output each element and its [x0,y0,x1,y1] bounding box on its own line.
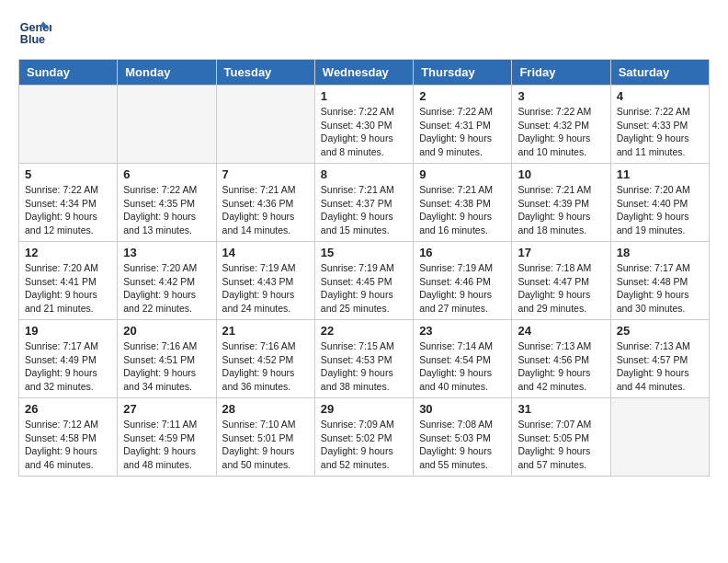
calendar-cell: 18Sunrise: 7:17 AM Sunset: 4:48 PM Dayli… [610,242,709,320]
day-number: 27 [123,402,210,416]
day-detail: Sunrise: 7:20 AM Sunset: 4:40 PM Dayligh… [617,183,703,237]
day-number: 18 [617,246,703,259]
calendar-cell: 5Sunrise: 7:22 AM Sunset: 4:34 PM Daylig… [19,164,118,242]
page: General Blue SundayMondayTuesdayWednesda… [0,0,728,491]
day-detail: Sunrise: 7:18 AM Sunset: 4:47 PM Dayligh… [518,261,604,316]
day-number: 6 [123,167,210,181]
week-row-3: 12Sunrise: 7:20 AM Sunset: 4:41 PM Dayli… [19,242,710,320]
week-row-1: 1Sunrise: 7:22 AM Sunset: 4:30 PM Daylig… [19,86,710,164]
day-detail: Sunrise: 7:21 AM Sunset: 4:36 PM Dayligh… [222,183,309,237]
day-number: 7 [222,167,309,181]
day-detail: Sunrise: 7:16 AM Sunset: 4:52 PM Dayligh… [222,339,309,394]
weekday-header-wednesday: Wednesday [314,60,413,86]
calendar-cell [118,86,216,164]
weekday-header-friday: Friday [512,60,610,86]
calendar-cell: 28Sunrise: 7:10 AM Sunset: 5:01 PM Dayli… [216,398,314,477]
day-number: 15 [321,246,407,259]
calendar-cell: 19Sunrise: 7:17 AM Sunset: 4:49 PM Dayli… [19,320,118,398]
day-number: 8 [321,167,407,181]
calendar-cell: 7Sunrise: 7:21 AM Sunset: 4:36 PM Daylig… [216,164,314,242]
svg-text:Blue: Blue [20,33,45,46]
day-detail: Sunrise: 7:21 AM Sunset: 4:37 PM Dayligh… [321,183,407,237]
calendar-cell: 13Sunrise: 7:20 AM Sunset: 4:42 PM Dayli… [118,242,216,320]
day-detail: Sunrise: 7:22 AM Sunset: 4:35 PM Dayligh… [123,183,210,237]
calendar-cell: 12Sunrise: 7:20 AM Sunset: 4:41 PM Dayli… [19,242,118,320]
day-number: 10 [518,167,604,181]
calendar-cell: 1Sunrise: 7:22 AM Sunset: 4:30 PM Daylig… [314,86,413,164]
week-row-2: 5Sunrise: 7:22 AM Sunset: 4:34 PM Daylig… [19,164,710,242]
day-detail: Sunrise: 7:21 AM Sunset: 4:38 PM Dayligh… [419,183,506,237]
day-number: 19 [25,324,111,338]
day-detail: Sunrise: 7:19 AM Sunset: 4:43 PM Dayligh… [222,261,309,316]
day-number: 17 [518,246,604,259]
logo-icon: General Blue [18,15,51,48]
day-detail: Sunrise: 7:22 AM Sunset: 4:30 PM Dayligh… [321,105,407,159]
calendar-cell: 21Sunrise: 7:16 AM Sunset: 4:52 PM Dayli… [216,320,314,398]
weekday-header-row: SundayMondayTuesdayWednesdayThursdayFrid… [19,60,710,86]
day-number: 24 [518,324,604,338]
day-number: 1 [321,89,407,103]
day-detail: Sunrise: 7:12 AM Sunset: 4:58 PM Dayligh… [25,418,111,472]
day-detail: Sunrise: 7:13 AM Sunset: 4:56 PM Dayligh… [518,339,604,394]
calendar-table: SundayMondayTuesdayWednesdayThursdayFrid… [18,59,710,477]
day-detail: Sunrise: 7:11 AM Sunset: 4:59 PM Dayligh… [123,418,210,472]
day-detail: Sunrise: 7:22 AM Sunset: 4:34 PM Dayligh… [25,183,111,237]
day-number: 12 [25,246,111,259]
week-row-4: 19Sunrise: 7:17 AM Sunset: 4:49 PM Dayli… [19,320,710,398]
day-detail: Sunrise: 7:22 AM Sunset: 4:32 PM Dayligh… [518,105,604,159]
calendar-cell: 9Sunrise: 7:21 AM Sunset: 4:38 PM Daylig… [414,164,512,242]
calendar-cell [19,86,118,164]
day-number: 4 [617,89,703,103]
day-detail: Sunrise: 7:21 AM Sunset: 4:39 PM Dayligh… [518,183,604,237]
calendar-cell: 26Sunrise: 7:12 AM Sunset: 4:58 PM Dayli… [19,398,118,477]
calendar-cell: 27Sunrise: 7:11 AM Sunset: 4:59 PM Dayli… [118,398,216,477]
day-detail: Sunrise: 7:07 AM Sunset: 5:05 PM Dayligh… [518,418,604,472]
day-detail: Sunrise: 7:13 AM Sunset: 4:57 PM Dayligh… [617,339,703,394]
day-number: 11 [617,167,703,181]
calendar-cell: 17Sunrise: 7:18 AM Sunset: 4:47 PM Dayli… [512,242,610,320]
day-detail: Sunrise: 7:19 AM Sunset: 4:46 PM Dayligh… [419,261,506,316]
calendar-cell: 4Sunrise: 7:22 AM Sunset: 4:33 PM Daylig… [610,86,709,164]
day-number: 29 [321,402,407,416]
weekday-header-tuesday: Tuesday [216,60,314,86]
day-number: 30 [419,402,506,416]
day-detail: Sunrise: 7:20 AM Sunset: 4:41 PM Dayligh… [25,261,111,316]
calendar-cell [216,86,314,164]
calendar-cell: 10Sunrise: 7:21 AM Sunset: 4:39 PM Dayli… [512,164,610,242]
day-number: 14 [222,246,309,259]
calendar-cell: 14Sunrise: 7:19 AM Sunset: 4:43 PM Dayli… [216,242,314,320]
day-detail: Sunrise: 7:22 AM Sunset: 4:33 PM Dayligh… [617,105,703,159]
logo: General Blue [18,15,51,48]
header: General Blue [18,15,710,48]
day-number: 21 [222,324,309,338]
calendar-cell: 8Sunrise: 7:21 AM Sunset: 4:37 PM Daylig… [314,164,413,242]
day-number: 26 [25,402,111,416]
calendar-cell: 24Sunrise: 7:13 AM Sunset: 4:56 PM Dayli… [512,320,610,398]
day-number: 2 [419,89,506,103]
day-detail: Sunrise: 7:20 AM Sunset: 4:42 PM Dayligh… [123,261,210,316]
day-number: 22 [321,324,407,338]
weekday-header-saturday: Saturday [610,60,709,86]
day-detail: Sunrise: 7:14 AM Sunset: 4:54 PM Dayligh… [419,339,506,394]
day-number: 9 [419,167,506,181]
day-number: 31 [518,402,604,416]
calendar-cell: 6Sunrise: 7:22 AM Sunset: 4:35 PM Daylig… [118,164,216,242]
calendar-cell: 31Sunrise: 7:07 AM Sunset: 5:05 PM Dayli… [512,398,610,477]
calendar-cell: 11Sunrise: 7:20 AM Sunset: 4:40 PM Dayli… [610,164,709,242]
day-number: 25 [617,324,703,338]
calendar-cell: 29Sunrise: 7:09 AM Sunset: 5:02 PM Dayli… [314,398,413,477]
day-detail: Sunrise: 7:17 AM Sunset: 4:49 PM Dayligh… [25,339,111,394]
calendar-cell: 23Sunrise: 7:14 AM Sunset: 4:54 PM Dayli… [414,320,512,398]
calendar-cell: 2Sunrise: 7:22 AM Sunset: 4:31 PM Daylig… [414,86,512,164]
day-number: 20 [123,324,210,338]
day-detail: Sunrise: 7:10 AM Sunset: 5:01 PM Dayligh… [222,418,309,472]
calendar-cell: 22Sunrise: 7:15 AM Sunset: 4:53 PM Dayli… [314,320,413,398]
day-detail: Sunrise: 7:16 AM Sunset: 4:51 PM Dayligh… [123,339,210,394]
calendar-cell: 20Sunrise: 7:16 AM Sunset: 4:51 PM Dayli… [118,320,216,398]
day-number: 5 [25,167,111,181]
day-number: 3 [518,89,604,103]
calendar-cell: 15Sunrise: 7:19 AM Sunset: 4:45 PM Dayli… [314,242,413,320]
weekday-header-monday: Monday [118,60,216,86]
day-detail: Sunrise: 7:22 AM Sunset: 4:31 PM Dayligh… [419,105,506,159]
week-row-5: 26Sunrise: 7:12 AM Sunset: 4:58 PM Dayli… [19,398,710,477]
